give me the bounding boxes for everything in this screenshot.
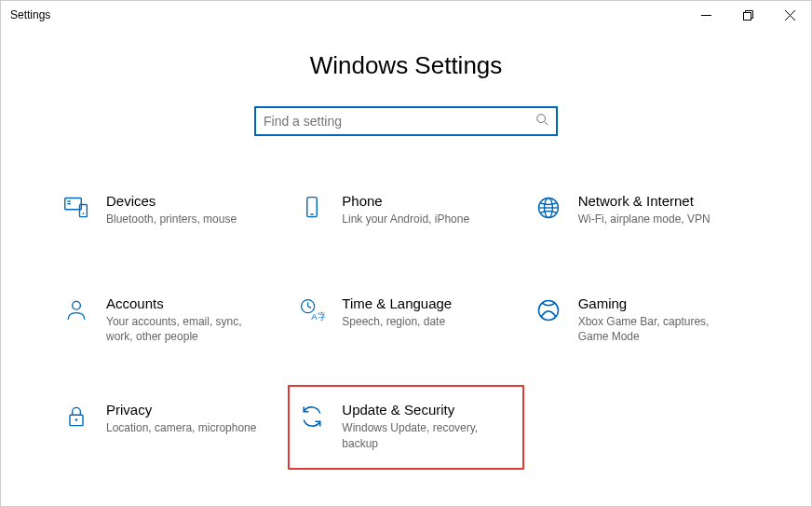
tile-desc: Xbox Game Bar, captures, Game Mode [578,314,737,344]
tile-desc: Speech, region, date [342,314,452,329]
tile-phone[interactable]: Phone Link your Android, iPhone [288,187,523,243]
devices-icon [61,193,91,223]
search-input[interactable] [264,114,535,129]
minimize-icon [701,10,711,21]
tile-title: Devices [106,193,237,209]
svg-line-5 [545,122,548,126]
tile-title: Network & Internet [578,193,710,209]
sync-icon [297,402,327,432]
lock-icon [61,402,91,432]
svg-point-4 [537,115,546,123]
tile-gaming[interactable]: Gaming Xbox Game Bar, captures, Game Mod… [524,290,760,349]
close-button[interactable] [769,1,811,29]
tile-desc: Bluetooth, printers, mouse [106,212,237,226]
tile-desc: Wi-Fi, airplane mode, VPN [578,212,710,226]
tile-privacy[interactable]: Privacy Location, camera, microphone [52,396,288,469]
svg-point-10 [83,212,85,214]
search-box[interactable] [254,106,558,136]
tile-desc: Location, camera, microphone [106,420,256,435]
close-icon [785,10,795,21]
phone-icon [297,193,327,223]
tile-title: Accounts [106,295,264,311]
maximize-button[interactable] [727,1,769,29]
person-icon [61,295,91,325]
tile-desc: Link your Android, iPhone [342,212,469,226]
svg-line-19 [308,307,312,308]
page-title: Windows Settings [1,51,811,80]
minimize-button[interactable] [685,1,727,29]
tile-title: Phone [342,193,469,209]
time-language-icon: A字 [297,295,327,325]
tile-desc: Windows Update, recovery, backup [342,420,500,450]
window-controls [685,1,811,29]
globe-icon [534,193,563,223]
tile-title: Privacy [106,402,256,418]
window-title: Settings [10,8,50,21]
xbox-icon [534,295,563,325]
search-icon [535,113,548,130]
settings-grid: Devices Bluetooth, printers, mouse Phone… [1,187,811,470]
tile-network[interactable]: Network & Internet Wi-Fi, airplane mode,… [524,187,760,243]
svg-point-16 [73,301,81,309]
tile-title: Gaming [578,295,737,311]
tile-title: Update & Security [342,402,500,418]
tile-update-security[interactable]: Update & Security Windows Update, recove… [288,385,523,469]
tile-accounts[interactable]: Accounts Your accounts, email, sync, wor… [52,290,288,349]
tile-desc: Your accounts, email, sync, work, other … [106,314,264,344]
svg-point-23 [75,419,78,422]
svg-text:A字: A字 [311,311,325,322]
tile-time-language[interactable]: A字 Time & Language Speech, region, date [288,290,523,349]
tile-title: Time & Language [342,295,452,311]
svg-rect-1 [744,12,751,20]
tile-devices[interactable]: Devices Bluetooth, printers, mouse [52,187,288,243]
maximize-icon [743,10,753,21]
search-container [1,106,811,136]
